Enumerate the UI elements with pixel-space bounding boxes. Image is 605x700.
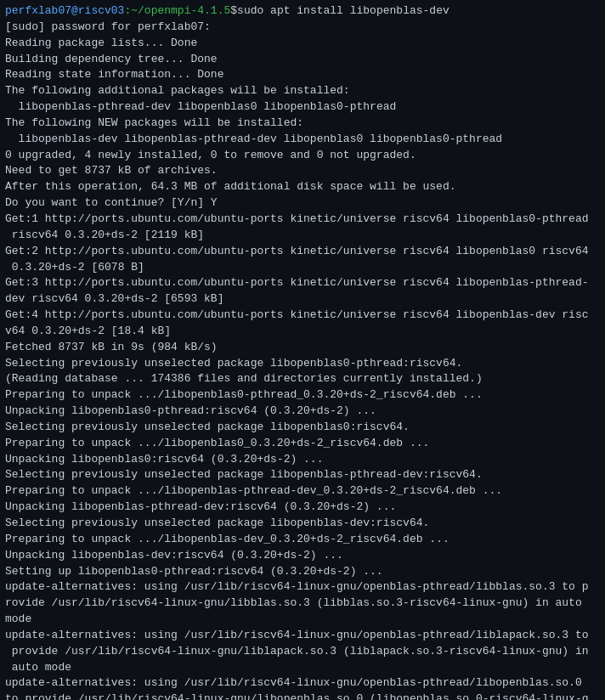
prompt-command: sudo apt install libopenblas-dev — [237, 3, 450, 20]
output-line: Do you want to continue? [Y/n] Y — [5, 195, 600, 212]
output-line: mode — [5, 612, 600, 628]
output-line: to provide /usr/lib/riscv64-linux-gnu/li… — [5, 692, 600, 700]
output-line: libopenblas-dev libopenblas-pthread-dev … — [5, 132, 600, 148]
prompt-dollar: $ — [230, 3, 237, 20]
output-line: Unpacking libopenblas0-pthread:riscv64 (… — [5, 404, 600, 420]
output-line: Unpacking libopenblas-pthread-dev:riscv6… — [5, 500, 600, 516]
output-line: Get:3 http://ports.ubuntu.com/ubuntu-por… — [5, 275, 600, 291]
output-line: Get:2 http://ports.ubuntu.com/ubuntu-por… — [5, 244, 600, 260]
output-line: Preparing to unpack .../libopenblas0-pth… — [5, 387, 600, 404]
output-line: Preparing to unpack .../libopenblas-pthr… — [5, 483, 600, 500]
output-line: riscv64 0.3.20+ds-2 [2119 kB] — [5, 228, 600, 244]
output-line: Reading state information... Done — [5, 67, 600, 83]
output-line: Reading package lists... Done — [5, 36, 600, 52]
output-line: provide /usr/lib/riscv64-linux-gnu/libla… — [5, 644, 600, 660]
output-line: 0 upgraded, 4 newly installed, 0 to remo… — [5, 148, 600, 164]
output-line: After this operation, 64.3 MB of additio… — [5, 179, 600, 195]
prompt-line: perfxlab07@riscv03 :~/openmpi-4.1.5 $ su… — [5, 3, 600, 20]
output-line: Need to get 8737 kB of archives. — [5, 163, 600, 179]
output-line: update-alternatives: using /usr/lib/risc… — [5, 579, 600, 596]
output-line: Setting up libopenblas0-pthread:riscv64 … — [5, 564, 600, 580]
output-line: Selecting previously unselected package … — [5, 420, 600, 436]
output-line: 0.3.20+ds-2 [6078 B] — [5, 260, 600, 276]
prompt-user: perfxlab07@riscv03 — [5, 3, 124, 20]
output-line: Selecting previously unselected package … — [5, 356, 600, 372]
prompt-path: :~/openmpi-4.1.5 — [124, 3, 230, 20]
output-line: The following additional packages will b… — [5, 83, 600, 99]
output-line: [sudo] password for perfxlab07: — [5, 20, 600, 36]
output-line: auto mode — [5, 660, 600, 676]
output-line: update-alternatives: using /usr/lib/risc… — [5, 628, 600, 644]
output-line: (Reading database ... 174386 files and d… — [5, 371, 600, 387]
output-lines: [sudo] password for perfxlab07:Reading p… — [5, 20, 600, 700]
output-line: Get:1 http://ports.ubuntu.com/ubuntu-por… — [5, 212, 600, 228]
output-line: update-alternatives: using /usr/lib/risc… — [5, 675, 600, 692]
output-line: libopenblas-pthread-dev libopenblas0 lib… — [5, 99, 600, 116]
output-line: dev riscv64 0.3.20+ds-2 [6593 kB] — [5, 291, 600, 308]
output-line: Building dependency tree... Done — [5, 52, 600, 68]
output-line: v64 0.3.20+ds-2 [18.4 kB] — [5, 324, 600, 340]
output-line: Fetched 8737 kB in 9s (984 kB/s) — [5, 340, 600, 356]
output-line: Unpacking libopenblas0:riscv64 (0.3.20+d… — [5, 452, 600, 468]
output-line: The following NEW packages will be insta… — [5, 116, 600, 132]
output-line: Selecting previously unselected package … — [5, 467, 600, 483]
terminal[interactable]: perfxlab07@riscv03 :~/openmpi-4.1.5 $ su… — [0, 0, 605, 700]
output-line: Preparing to unpack .../libopenblas0_0.3… — [5, 436, 600, 452]
output-line: Unpacking libopenblas-dev:riscv64 (0.3.2… — [5, 548, 600, 564]
output-line: rovide /usr/lib/riscv64-linux-gnu/libbla… — [5, 596, 600, 612]
output-line: Get:4 http://ports.ubuntu.com/ubuntu-por… — [5, 308, 600, 324]
output-line: Selecting previously unselected package … — [5, 516, 600, 532]
output-line: Preparing to unpack .../libopenblas-dev_… — [5, 532, 600, 548]
